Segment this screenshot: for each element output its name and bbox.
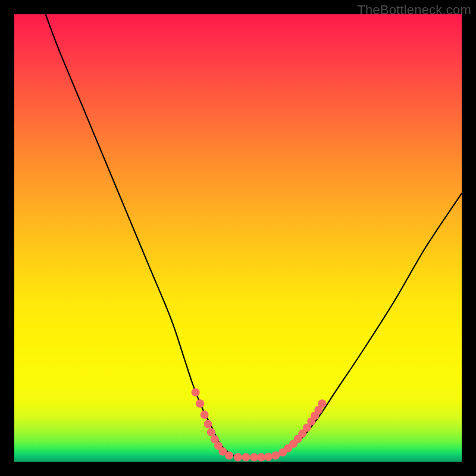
curve-marker bbox=[225, 452, 233, 460]
curve-marker bbox=[250, 453, 258, 462]
curve-marker bbox=[257, 453, 265, 462]
curve-marker bbox=[242, 453, 250, 462]
curve-marker bbox=[201, 411, 209, 419]
chart-frame: TheBottleneck.com bbox=[0, 0, 476, 476]
curve-marker bbox=[207, 428, 215, 436]
bottleneck-curve bbox=[46, 14, 462, 458]
curve-markers bbox=[192, 388, 327, 461]
curve-marker bbox=[271, 452, 280, 460]
curve-marker bbox=[204, 420, 212, 428]
curve-marker bbox=[196, 399, 204, 408]
curve-marker bbox=[318, 399, 326, 408]
curve-marker bbox=[192, 388, 200, 396]
curve-layer bbox=[14, 14, 462, 462]
curve-marker bbox=[264, 453, 273, 461]
plot-area bbox=[14, 14, 462, 462]
curve-marker bbox=[234, 453, 242, 462]
